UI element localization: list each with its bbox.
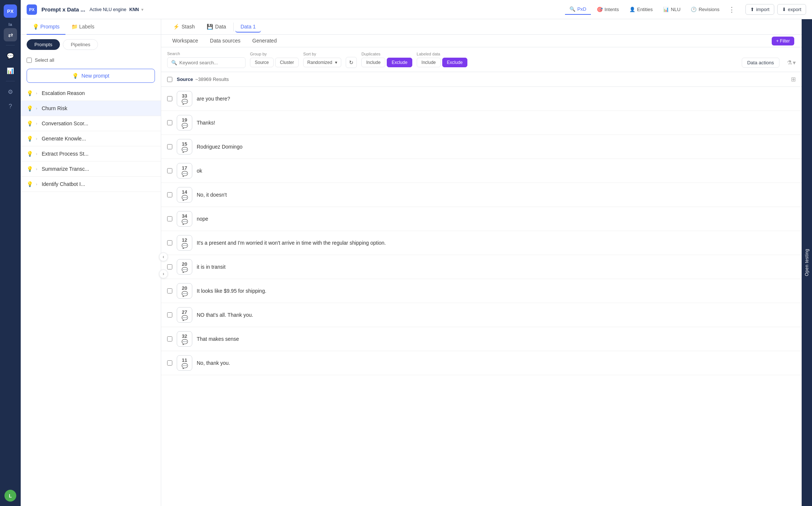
table-row[interactable]: 32 💬 That makes sense <box>161 327 802 351</box>
list-item[interactable]: 💡 › Generate Knowle... <box>21 131 161 146</box>
data-icon: 💾 <box>207 24 213 30</box>
sidebar-item-analytics[interactable]: 📊 <box>4 64 17 77</box>
grid-view-icon[interactable]: ⊞ <box>791 76 796 83</box>
row-checkbox[interactable] <box>167 360 172 366</box>
data-actions-button[interactable]: Data actions <box>742 58 779 68</box>
sidebar-icons: PX la ⇄ 💬 📊 ⚙ ? L <box>0 0 21 506</box>
tab-prompts[interactable]: 💡 Prompts <box>27 19 65 35</box>
row-checkbox[interactable] <box>167 288 172 293</box>
import-icon: ⬆ <box>750 7 754 12</box>
row-badge: 33 💬 <box>177 91 192 106</box>
tab-labels[interactable]: 📁 Labels <box>65 19 100 35</box>
list-item[interactable]: 💡 › Extract Process St... <box>21 146 161 162</box>
more-options-icon[interactable]: ⋮ <box>725 4 738 15</box>
right-panel: ⚡ Stash 💾 Data Data 1 Workspace Data <box>161 19 802 506</box>
row-checkbox[interactable] <box>167 216 172 221</box>
table-row[interactable]: 11 💬 No, thank you. <box>161 351 802 375</box>
open-testing-panel[interactable]: Open testing <box>802 19 812 506</box>
chat-icon: 💬 <box>182 171 188 176</box>
group-by-cluster[interactable]: Cluster <box>275 58 299 67</box>
table-row[interactable]: 15 💬 Rodriguez Domingo <box>161 135 802 159</box>
nav-item-intents[interactable]: 🎯 Intents <box>592 4 623 14</box>
tab-data[interactable]: 💾 Data <box>201 19 232 35</box>
list-item[interactable]: 💡 › Churn Risk <box>21 101 161 116</box>
sort-by-select[interactable]: Randomized ▾ <box>303 58 341 67</box>
sidebar-item-messages[interactable]: 💬 <box>4 49 17 62</box>
subtab-pipelines[interactable]: Pipelines <box>63 39 98 50</box>
row-checkbox[interactable] <box>167 96 172 101</box>
search-box: 🔍 <box>167 57 246 68</box>
expand-right-button[interactable]: › <box>159 269 168 278</box>
revisions-icon: 🕐 <box>691 7 697 12</box>
group-by-source[interactable]: Source <box>250 58 274 67</box>
duplicates-include[interactable]: Include <box>361 58 385 67</box>
table-row[interactable]: 20 💬 it is in transit <box>161 255 802 279</box>
prompt-icon: 💡 <box>27 151 33 157</box>
row-checkbox[interactable] <box>167 120 172 125</box>
list-item[interactable]: 💡 › Identify Chatbot I... <box>21 177 161 192</box>
refresh-button[interactable]: ↻ <box>346 57 357 68</box>
tab-data1[interactable]: Data 1 <box>235 21 261 33</box>
subtab-prompts[interactable]: Prompts <box>27 39 60 50</box>
select-all-checkbox[interactable] <box>27 58 32 63</box>
nav-item-entities[interactable]: 👤 Entities <box>625 4 657 14</box>
ws-tab-data-sources[interactable]: Data sources <box>205 35 246 47</box>
search-input[interactable] <box>179 60 241 65</box>
filters-bar: Search 🔍 Group by Source Cluster <box>161 47 802 72</box>
table-row[interactable]: 27 💬 NO that's all. Thank you. <box>161 303 802 327</box>
row-checkbox[interactable] <box>167 336 172 342</box>
tab-divider <box>233 23 234 31</box>
row-checkbox[interactable] <box>167 264 172 269</box>
list-item[interactable]: 💡 › Conversation Scor... <box>21 116 161 131</box>
ws-tab-workspace[interactable]: Workspace <box>167 35 203 47</box>
table-select-all[interactable] <box>167 77 172 82</box>
nav-item-nlu[interactable]: 📊 NLU <box>659 4 685 14</box>
sidebar-item-help[interactable]: ? <box>4 100 17 113</box>
list-item[interactable]: 💡 › Summarize Transc... <box>21 162 161 177</box>
row-checkbox[interactable] <box>167 240 172 245</box>
row-checkbox[interactable] <box>167 168 172 173</box>
tab-stash[interactable]: ⚡ Stash <box>167 19 201 35</box>
subtabs-row: ⚡ Stash 💾 Data Data 1 <box>161 19 802 35</box>
table-row[interactable]: 17 💬 ok <box>161 159 802 183</box>
import-button[interactable]: ⬆ import <box>745 4 774 15</box>
topbar-logo: PX <box>27 4 37 15</box>
sidebar-item-exchange[interactable]: ⇄ <box>4 28 17 41</box>
chevron-right-icon: › <box>36 152 37 156</box>
nav-item-revisions[interactable]: 🕐 Revisions <box>686 4 724 14</box>
chevron-right-icon: › <box>36 106 37 111</box>
table-row[interactable]: 19 💬 Thanks! <box>161 111 802 135</box>
prompt-list: 💡 › Escalation Reason 💡 › Churn Risk 💡 ›… <box>21 86 161 506</box>
entities-icon: 👤 <box>629 7 635 12</box>
topbar-nav: 🔍 PxD 🎯 Intents 👤 Entities 📊 NLU 🕐 Revis… <box>565 4 738 15</box>
row-checkbox[interactable] <box>167 144 172 149</box>
labeled-include[interactable]: Include <box>417 58 441 67</box>
chat-icon: 💬 <box>182 363 188 369</box>
collapse-left-button[interactable]: ‹ <box>159 252 168 261</box>
row-checkbox[interactable] <box>167 192 172 197</box>
filter-icon-button[interactable]: ⚗ ▾ <box>787 59 796 66</box>
nav-item-pxd[interactable]: 🔍 PxD <box>565 4 591 15</box>
list-item[interactable]: 💡 › Escalation Reason <box>21 86 161 101</box>
labeled-exclude[interactable]: Exclude <box>442 58 468 67</box>
table-row[interactable]: 34 💬 nope <box>161 207 802 231</box>
table-row[interactable]: 33 💬 are you there? <box>161 87 802 111</box>
ws-tab-generated[interactable]: Generated <box>247 35 282 47</box>
duplicates-exclude[interactable]: Exclude <box>387 58 412 67</box>
row-checkbox[interactable] <box>167 312 172 317</box>
table-row[interactable]: 14 💬 No, it doesn't <box>161 183 802 207</box>
filter-plus-button[interactable]: + Filter <box>772 37 794 45</box>
labels-icon: 📁 <box>71 24 78 30</box>
chat-icon: 💬 <box>182 219 188 224</box>
main-wrap: PX Prompt x Data ... Active NLU engine K… <box>21 0 812 506</box>
sidebar-item-settings[interactable]: ⚙ <box>4 85 17 98</box>
user-avatar[interactable]: L <box>4 490 16 502</box>
export-button[interactable]: ⬇ export <box>777 4 806 15</box>
table-row[interactable]: 12 💬 It's a present and I'm worried it w… <box>161 231 802 255</box>
chevron-down-icon: ▾ <box>335 60 337 65</box>
duplicates-buttons: Include Exclude <box>361 58 412 67</box>
table-row[interactable]: 20 💬 It looks like $9.95 for shipping. <box>161 279 802 303</box>
workspace-tabs: Workspace Data sources Generated + Filte… <box>161 35 802 47</box>
new-prompt-button[interactable]: 💡 New prompt <box>27 69 155 83</box>
new-prompt-icon: 💡 <box>72 73 78 79</box>
